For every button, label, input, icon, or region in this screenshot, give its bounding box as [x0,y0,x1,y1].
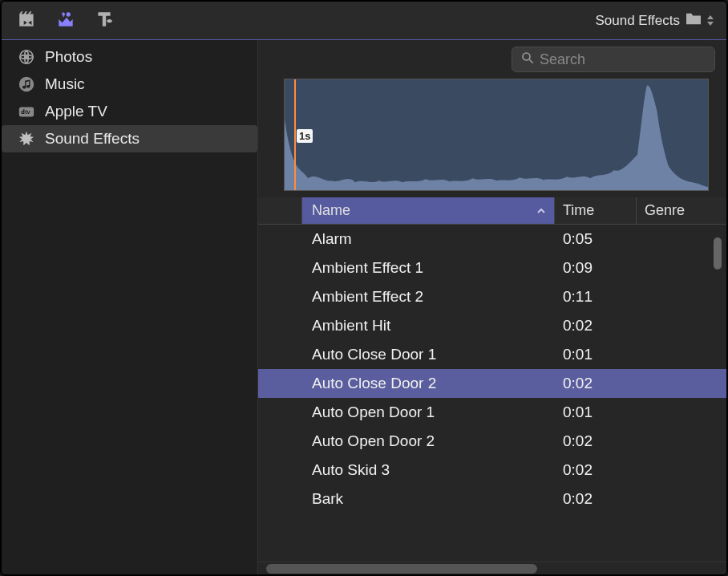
table-row[interactable]: Ambient Effect 10:09 [258,254,726,282]
table-row[interactable]: Auto Skid 30:02 [258,456,726,485]
svg-point-5 [523,53,530,60]
row-time-cell: 0:09 [555,254,637,282]
table-row[interactable]: Alarm0:05 [258,225,726,254]
table-row[interactable]: Ambient Effect 20:11 [258,282,726,311]
row-genre-cell [637,464,726,476]
vertical-scrollbar[interactable] [714,237,722,270]
row-time-cell: 0:02 [555,456,637,485]
sidebar-item-label: Music [45,75,85,93]
media-tab[interactable] [48,7,83,34]
search-box[interactable] [512,47,715,72]
sort-asc-icon [536,202,546,219]
sidebar-item-appletv[interactable]: 𝗱tv Apple TV [2,98,257,125]
sidebar-item-sound-effects[interactable]: Sound Effects [2,125,257,152]
sidebar-item-label: Apple TV [45,103,107,120]
row-genre-cell [637,436,726,447]
sidebar-item-label: Photos [45,48,92,66]
row-icon-cell [258,291,302,302]
table-header-name[interactable]: Name [302,197,555,225]
horizontal-scrollbar-track[interactable] [266,564,718,574]
row-icon-cell [258,349,302,360]
sidebar-item-photos[interactable]: Photos [2,43,257,71]
svg-point-2 [19,77,34,91]
row-time-cell: 0:11 [555,282,637,311]
row-name-cell: Ambient Effect 1 [302,254,555,282]
table-header-label: Name [312,202,350,219]
row-time-cell: 0:01 [555,398,637,427]
table-row[interactable]: Ambient Hit0:02 [258,311,726,340]
row-name-cell: Auto Close Door 2 [302,369,555,398]
topbar: Sound Effects [2,2,726,40]
search-icon [520,51,535,68]
row-time-cell: 0:05 [555,225,637,254]
library-title: Sound Effects [595,13,680,29]
table-row[interactable]: Auto Open Door 10:01 [258,398,726,427]
row-genre-cell [637,320,726,331]
sidebar-item-label: Sound Effects [45,130,140,148]
titles-tab[interactable] [87,7,122,34]
libraries-tab[interactable] [10,7,45,34]
search-input[interactable] [540,51,706,68]
row-icon-cell [258,378,302,389]
row-icon-cell [258,407,302,418]
table-body: Alarm0:05Ambient Effect 10:09Ambient Eff… [258,225,726,562]
row-name-cell: Ambient Effect 2 [302,282,555,311]
row-name-cell: Auto Close Door 1 [302,340,555,369]
table-header-label: Time [563,202,594,219]
row-name-cell: Auto Open Door 2 [302,427,555,456]
row-genre-cell [637,493,726,505]
row-name-cell: Ambient Hit [302,311,555,340]
table-row[interactable]: Auto Open Door 20:02 [258,427,726,456]
sound-table: Name Time Genre Alarm0:05Ambient Effect … [258,197,726,562]
table-row[interactable]: Bark0:02 [258,485,726,513]
row-genre-cell [637,378,726,389]
row-time-cell: 0:02 [555,369,637,398]
topbar-tabs [10,7,122,34]
folder-icon [685,11,702,30]
row-name-cell: Alarm [302,225,555,254]
svg-text:𝗱tv: 𝗱tv [21,108,30,116]
bottom-scroll-area [258,562,726,574]
waveform-icon [285,79,708,190]
music-icon [16,75,37,93]
row-icon-cell [258,320,302,331]
photos-icon [16,48,37,66]
table-header-label: Genre [645,202,685,219]
updown-chevron-icon [707,15,714,26]
table-row[interactable]: Auto Close Door 20:02 [258,369,726,398]
row-genre-cell [637,291,726,302]
library-selector[interactable]: Sound Effects [595,11,718,30]
row-icon-cell [258,493,302,505]
waveform-playhead[interactable] [294,79,296,190]
row-time-cell: 0:01 [555,340,637,369]
row-name-cell: Bark [302,485,555,513]
row-icon-cell [258,262,302,274]
burst-icon [16,130,37,148]
titles-icon [94,9,115,33]
appletv-icon: 𝗱tv [16,103,37,120]
main-panel: 1s Name Time Genre [258,40,726,574]
waveform-time-label: 1s [297,129,313,143]
sidebar: Photos Music 𝗱tv Apple TV Sound Effects [2,40,258,574]
app-window: Sound Effects Photos Music [0,0,728,576]
table-header-blank[interactable] [258,197,302,225]
svg-line-6 [529,59,533,63]
search-row [258,40,726,79]
row-time-cell: 0:02 [555,427,637,456]
row-name-cell: Auto Skid 3 [302,456,555,485]
row-genre-cell [637,349,726,360]
table-header: Name Time Genre [258,197,726,225]
row-icon-cell [258,464,302,476]
row-time-cell: 0:02 [555,485,637,513]
content-area: Photos Music 𝗱tv Apple TV Sound Effects [2,40,726,574]
clapperboard-icon [17,9,38,33]
row-icon-cell [258,233,302,245]
waveform-preview[interactable]: 1s [284,79,709,191]
horizontal-scrollbar-thumb[interactable] [266,564,537,574]
table-header-time[interactable]: Time [555,197,637,225]
table-row[interactable]: Auto Close Door 10:01 [258,340,726,369]
row-genre-cell [637,407,726,418]
table-header-genre[interactable]: Genre [637,197,726,225]
sidebar-item-music[interactable]: Music [2,71,257,98]
row-time-cell: 0:02 [555,311,637,340]
